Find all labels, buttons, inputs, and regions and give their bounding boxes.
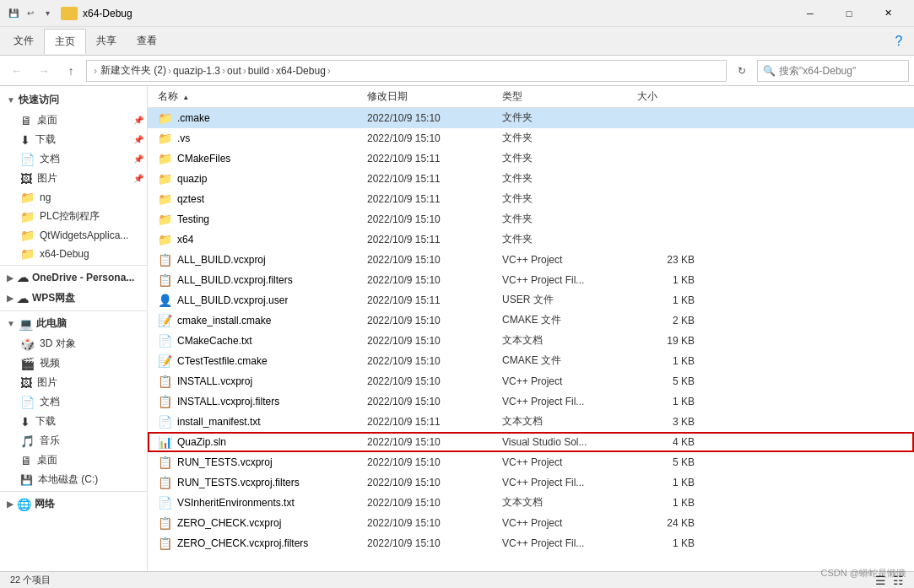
path-item-root[interactable]: › — [94, 65, 97, 77]
onedrive-icon: ☁ — [17, 271, 29, 284]
table-row[interactable]: 📁 quazip 2022/10/9 15:11 文件夹 — [148, 169, 914, 189]
sidebar-item-pcdownloads[interactable]: ⬇ 下载 — [0, 412, 147, 431]
sidebar-section-thispc[interactable]: ▼ 💻 此电脑 — [0, 313, 147, 334]
table-row[interactable]: 📝 CTestTestfile.cmake 2022/10/9 15:10 CM… — [148, 351, 914, 371]
table-row[interactable]: 📁 CMakeFiles 2022/10/9 15:11 文件夹 — [148, 148, 914, 169]
sidebar-item-music[interactable]: 🎵 音乐 — [0, 431, 147, 450]
table-row[interactable]: 📁 .cmake 2022/10/9 15:10 文件夹 — [148, 108, 914, 128]
file-name-text: .cmake — [177, 112, 210, 124]
sidebar-item-videos[interactable]: 🎬 视频 — [0, 353, 147, 373]
table-row[interactable]: 📋 RUN_TESTS.vcxproj 2022/10/9 15:10 VC++… — [148, 452, 914, 472]
table-row[interactable]: 📊 QuaZip.sln 2022/10/9 15:10 Visual Stud… — [148, 432, 914, 452]
documents-icon: 📄 — [20, 153, 35, 166]
forward-button[interactable]: → — [32, 59, 56, 83]
path-part-1[interactable]: 新建文件夹 (2) — [100, 63, 166, 78]
divider-2 — [0, 310, 147, 311]
table-row[interactable]: 📋 INSTALL.vcxproj 2022/10/9 15:10 VC++ P… — [148, 371, 914, 391]
table-row[interactable]: 📋 RUN_TESTS.vcxproj.filters 2022/10/9 15… — [148, 472, 914, 493]
col-header-type[interactable]: 类型 — [502, 89, 637, 104]
main-area: ▼ 快速访问 🖥 桌面 📌 ⬇ 下载 📌 📄 文档 📌 🖼 图片 📌 📁 ng — [0, 86, 914, 571]
sidebar-section-quickaccess[interactable]: ▼ 快速访问 — [0, 89, 147, 111]
file-type-cell: 文本文档 — [502, 414, 637, 429]
ribbon-tab-view[interactable]: 查看 — [127, 29, 167, 53]
table-row[interactable]: 📋 ZERO_CHECK.vcxproj 2022/10/9 15:10 VC+… — [148, 513, 914, 533]
titlebar-folder-icon — [61, 7, 78, 20]
sidebar-item-qtwidgets[interactable]: 📁 QtWidgetsApplica... — [0, 226, 147, 245]
filelist: 名称 ▲ 修改日期 类型 大小 📁 .cmake 2022/10/9 15:10… — [148, 86, 914, 571]
sidebar-item-3dobjects[interactable]: 🎲 3D 对象 — [0, 334, 147, 353]
table-row[interactable]: 📄 install_manifest.txt 2022/10/9 15:11 文… — [148, 412, 914, 432]
table-row[interactable]: 📁 x64 2022/10/9 15:11 文件夹 — [148, 229, 914, 250]
sidebar-item-documents[interactable]: 📄 文档 📌 — [0, 149, 147, 169]
ribbon: 文件 主页 共享 查看 ? — [0, 27, 914, 56]
titlebar-save-icon[interactable]: 💾 — [7, 7, 20, 20]
col-header-size[interactable]: 大小 — [637, 89, 705, 104]
close-button[interactable]: ✕ — [868, 0, 907, 27]
file-icon: 📄 — [158, 415, 172, 429]
sidebar-item-downloads[interactable]: ⬇ 下载 📌 — [0, 130, 147, 149]
table-row[interactable]: 📋 INSTALL.vcxproj.filters 2022/10/9 15:1… — [148, 391, 914, 412]
file-name-cell: 👤 ALL_BUILD.vcxproj.user — [148, 294, 367, 307]
sidebar-label-pcdownloads: 下载 — [35, 414, 56, 429]
table-row[interactable]: 📝 cmake_install.cmake 2022/10/9 15:10 CM… — [148, 310, 914, 331]
help-button[interactable]: ? — [887, 30, 911, 53]
sidebar-item-pcpictures[interactable]: 🖼 图片 — [0, 373, 147, 392]
sidebar-item-localc[interactable]: 💾 本地磁盘 (C:) — [0, 470, 147, 489]
file-date-cell: 2022/10/9 15:10 — [367, 315, 502, 326]
sidebar-item-ng[interactable]: 📁 ng — [0, 188, 147, 207]
file-size-cell: 24 KB — [637, 517, 705, 529]
file-name-text: CMakeCache.txt — [177, 335, 252, 347]
titlebar-more-icon[interactable]: ▾ — [41, 7, 54, 20]
file-name-text: VSInheritEnvironments.txt — [177, 497, 295, 509]
table-row[interactable]: 📄 CMakeCache.txt 2022/10/9 15:10 文本文档 19… — [148, 331, 914, 351]
file-size-cell: 3 KB — [637, 416, 705, 428]
ribbon-tab-home[interactable]: 主页 — [44, 29, 86, 54]
file-name-text: cmake_install.cmake — [177, 315, 271, 326]
path-part-4[interactable]: build — [248, 65, 269, 77]
address-path[interactable]: › 新建文件夹 (2) › quazip-1.3 › out › build ›… — [86, 60, 727, 82]
search-input[interactable] — [779, 65, 897, 77]
table-row[interactable]: 📁 .vs 2022/10/9 15:10 文件夹 — [148, 128, 914, 148]
file-type-cell: VC++ Project Fil... — [502, 477, 637, 488]
sidebar-section-onedrive[interactable]: ▶ ☁ OneDrive - Persona... — [0, 267, 147, 288]
file-type-cell: 文件夹 — [502, 111, 637, 125]
path-part-5[interactable]: x64-Debug — [276, 65, 326, 77]
titlebar-undo-icon[interactable]: ↩ — [24, 7, 37, 20]
file-date-cell: 2022/10/9 15:10 — [367, 112, 502, 124]
sidebar-item-plc[interactable]: 📁 PLC控制程序 — [0, 207, 147, 226]
ribbon-tab-share[interactable]: 共享 — [86, 29, 127, 53]
maximize-button[interactable]: □ — [830, 0, 868, 27]
sidebar-section-wps[interactable]: ▶ ☁ WPS网盘 — [0, 288, 147, 309]
file-name-text: ZERO_CHECK.vcxproj.filters — [177, 537, 308, 549]
file-date-cell: 2022/10/9 15:10 — [367, 254, 502, 266]
file-name-text: qztest — [177, 193, 204, 205]
col-header-date[interactable]: 修改日期 — [367, 89, 502, 104]
file-name-text: ZERO_CHECK.vcxproj — [177, 517, 281, 529]
up-button[interactable]: ↑ — [59, 59, 83, 83]
table-row[interactable]: 👤 ALL_BUILD.vcxproj.user 2022/10/9 15:11… — [148, 290, 914, 310]
sidebar-item-pictures[interactable]: 🖼 图片 📌 — [0, 169, 147, 188]
table-row[interactable]: 📋 ALL_BUILD.vcxproj 2022/10/9 15:10 VC++… — [148, 250, 914, 270]
table-row[interactable]: 📋 ALL_BUILD.vcxproj.filters 2022/10/9 15… — [148, 270, 914, 290]
sidebar-item-pcdocuments[interactable]: 📄 文档 — [0, 392, 147, 412]
col-header-name[interactable]: 名称 ▲ — [148, 89, 367, 104]
sidebar-item-desktop[interactable]: 🖥 桌面 📌 — [0, 111, 147, 130]
sidebar-item-pcdesktop[interactable]: 🖥 桌面 — [0, 450, 147, 470]
back-button[interactable]: ← — [5, 59, 29, 83]
minimize-button[interactable]: ─ — [791, 0, 830, 27]
path-part-2[interactable]: quazip-1.3 — [173, 65, 220, 77]
refresh-button[interactable]: ↻ — [730, 59, 754, 83]
sidebar-section-network[interactable]: ▶ 🌐 网络 — [0, 494, 147, 515]
path-part-3[interactable]: out — [227, 65, 241, 77]
wps-label: WPS网盘 — [32, 291, 75, 305]
table-row[interactable]: 📁 qztest 2022/10/9 15:11 文件夹 — [148, 189, 914, 209]
table-row[interactable]: 📋 ZERO_CHECK.vcxproj.filters 2022/10/9 1… — [148, 533, 914, 553]
file-name-cell: 📄 install_manifest.txt — [148, 415, 367, 429]
ribbon-tab-file[interactable]: 文件 — [3, 29, 44, 53]
pin-icon-pictures: 📌 — [133, 174, 143, 183]
table-row[interactable]: 📁 Testing 2022/10/9 15:10 文件夹 — [148, 209, 914, 229]
item-count: 22 个项目 — [10, 574, 51, 586]
table-row[interactable]: 📄 VSInheritEnvironments.txt 2022/10/9 15… — [148, 493, 914, 513]
filelist-header: 名称 ▲ 修改日期 类型 大小 — [148, 86, 914, 108]
sidebar-item-x64debug[interactable]: 📁 x64-Debug — [0, 245, 147, 263]
